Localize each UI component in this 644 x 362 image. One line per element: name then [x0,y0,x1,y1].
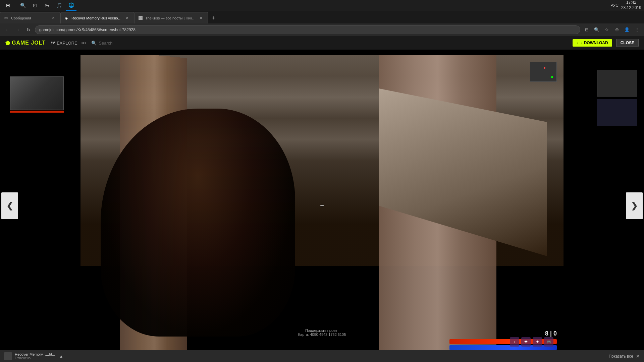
bookmark-icon[interactable]: ☆ [602,25,611,34]
support-line1: Поддержать проект [298,328,346,333]
download-icon: ↓ [577,41,579,45]
minimap-dot-green [551,76,553,78]
search-text: Search [99,41,112,46]
thumbnail-item-left[interactable] [10,76,64,110]
gamejolt-nav: 🗺 EXPLORE ••• [51,41,86,46]
show-all-button[interactable]: Показать все [609,354,633,359]
explore-label: EXPLORE [57,41,77,46]
page-content: ⬟ GAME JOLT 🗺 EXPLORE ••• 🔍 Search ↓ ↓ D… [0,36,644,362]
gamejolt-header: ⬟ GAME JOLT 🗺 EXPLORE ••• 🔍 Search ↓ ↓ D… [0,36,644,50]
download-thumbnail [4,352,12,360]
dark-figure [101,109,295,337]
tab-close-pikabu[interactable]: ✕ [198,15,204,21]
taskbar-chrome[interactable]: 🌐 [66,0,76,11]
download-status: Отменено [15,356,55,360]
download-button[interactable]: ↓ ↓ DOWNLOAD [573,39,612,47]
download-label: ↓ DOWNLOAD [581,41,608,45]
hud-ammo: 8 | 0 [449,330,557,337]
prev-arrow-icon: ❮ [6,201,13,210]
next-arrow-button[interactable]: ❯ [626,192,643,219]
minimap-dot-red [544,67,545,69]
address-bar: ← → ↻ ⊟ 🔍 ☆ ⊕ 👤 ⋮ [0,23,644,36]
download-bar-close[interactable]: ✕ [636,354,640,359]
thumbnail-item-right-2[interactable] [597,99,637,126]
crosshair: + [320,202,324,209]
thumbnail-item-right-1[interactable] [597,70,637,97]
download-name: Recover Memory_....ht... [15,352,55,356]
new-tab-button[interactable]: + [208,13,219,23]
profile-icon[interactable]: 👤 [623,25,631,34]
gamejolt-header-right: ↓ ↓ DOWNLOAD CLOSE [573,39,639,47]
support-icon-1[interactable]: ♪ [510,337,519,347]
tab-favicon-pikabu: 🅿 [139,16,143,20]
support-icon-3[interactable]: ★ [533,337,542,347]
address-input[interactable] [35,25,580,34]
download-bar: Recover Memory_....ht... Отменено ▲ Пока… [0,350,644,362]
hud-minimap [530,62,557,82]
taskbar-right: РУС 17:42 23.12.2019 [610,0,644,10]
back-button[interactable]: ← [3,25,11,34]
main-screenshot: + 8 | 0 [80,55,564,357]
gamejolt-logo-text: GAME JOLT [12,40,46,46]
tab-favicon-gamejolt: ◈ [65,16,69,20]
support-icon-2[interactable]: ❤ [521,337,531,347]
tab-label-gamejolt: Recover Memory|Rus version by [71,16,122,20]
next-arrow-icon: ❯ [631,201,638,210]
extensions-icon[interactable]: ⊕ [612,25,621,34]
search-icon[interactable]: 🔍 [592,25,601,34]
forward-button[interactable]: → [13,25,22,34]
address-icons: ⊟ 🔍 ☆ ⊕ 👤 ⋮ [582,25,641,34]
tab-close-messages[interactable]: ✕ [51,15,56,21]
taskbar: ⊞ 🔍 ⊡ 🗁 🎵 🌐 РУС 17:42 23.12.2019 [0,0,644,11]
tab-close-gamejolt[interactable]: ✕ [124,15,130,21]
reload-button[interactable]: ↻ [24,25,33,34]
download-item: Recover Memory_....ht... Отменено ▲ [4,352,63,360]
tabs-bar: ✉ Сообщения ✕ ◈ Recover Memory|Rus versi… [0,11,644,23]
taskbar-clock: 17:42 23.12.2019 [621,0,641,10]
start-button[interactable]: ⊞ [0,0,16,11]
tab-messages[interactable]: ✉ Сообщения ✕ [0,12,60,23]
taskbar-icons: 🔍 ⊡ 🗁 🎵 🌐 [16,0,78,11]
thumbnail-label-left [10,111,64,113]
download-info: Recover Memory_....ht... Отменено [15,352,55,360]
search-icon-gj: 🔍 [91,41,97,46]
explore-icon: 🗺 [51,41,55,46]
tab-label-pikabu: TheKriss — все посты | Пикабу [145,16,196,20]
download-collapse-icon[interactable]: ▲ [59,354,63,359]
tab-label-messages: Сообщения [11,16,49,20]
support-icons: ♪ ❤ ★ 🎮 [510,337,553,347]
download-bar-right: Показать все ✕ [609,354,640,359]
nav-explore[interactable]: 🗺 EXPLORE [51,41,77,46]
taskbar-search[interactable]: 🔍 [17,0,28,11]
gamejolt-logo[interactable]: ⬟ GAME JOLT [5,40,46,46]
taskbar-lang: РУС [610,3,619,8]
tab-favicon-messages: ✉ [4,16,9,20]
thumbnail-preview-left [10,77,63,110]
gamejolt-search: 🔍 Search [91,41,112,46]
gamejolt-logo-icon: ⬟ [5,40,10,46]
taskbar-media[interactable]: 🎵 [54,0,64,11]
browser-window: ✉ Сообщения ✕ ◈ Recover Memory|Rus versi… [0,11,644,362]
support-text-overlay: Поддержать проект Карта: 4090 4943 1762 … [298,328,346,337]
cast-icon[interactable]: ⊟ [582,25,591,34]
nav-more[interactable]: ••• [82,41,86,46]
tab-pikabu[interactable]: 🅿 TheKriss — все посты | Пикабу ✕ [134,12,208,23]
tab-gamejolt[interactable]: ◈ Recover Memory|Rus version by ✕ [60,12,134,23]
taskbar-explorer[interactable]: 🗁 [42,0,52,11]
support-icon-4[interactable]: 🎮 [544,337,553,347]
close-button[interactable]: CLOSE [616,39,639,47]
support-line2: Карта: 4090 4943 1762 6105 [298,333,346,337]
game-scene: + 8 | 0 [80,55,564,357]
taskbar-task-view[interactable]: ⊡ [30,0,40,11]
prev-arrow-button[interactable]: ❮ [1,192,18,219]
screenshot-viewer: + 8 | 0 [0,50,644,362]
menu-icon[interactable]: ⋮ [633,25,641,34]
